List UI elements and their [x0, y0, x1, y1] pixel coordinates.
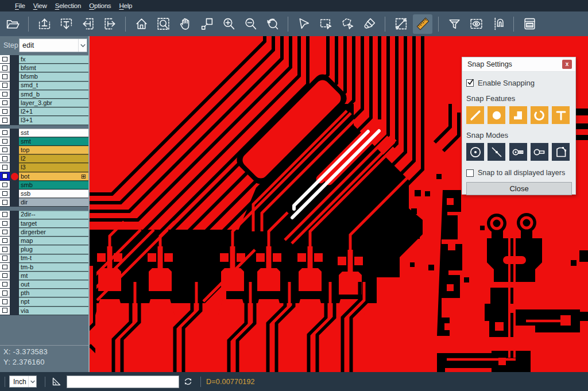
layer-row-pth[interactable]: pth	[0, 289, 88, 297]
layer-name-label[interactable]: sst	[19, 129, 88, 137]
layer-row-smb[interactable]: smb	[0, 181, 88, 189]
layer-row-tm-b[interactable]: tm-b	[0, 263, 88, 272]
layer-name-label[interactable]: bot⊞	[19, 172, 88, 181]
snap-button[interactable]	[488, 14, 508, 34]
layer-visibility-checkbox[interactable]	[0, 116, 10, 125]
move-up-button[interactable]	[34, 14, 54, 34]
layer-visibility-checkbox[interactable]	[0, 146, 10, 154]
layer-visibility-checkbox[interactable]	[0, 107, 10, 116]
layer-row-bot[interactable]: bot⊞	[0, 172, 88, 181]
layer-row-smt[interactable]: smt	[0, 137, 88, 146]
layer-row-target[interactable]: target	[0, 219, 88, 228]
layer-visibility-checkbox[interactable]	[0, 297, 10, 306]
layer-name-label[interactable]: fx	[19, 55, 88, 64]
layer-name-label[interactable]: layer_3.gbr	[19, 99, 88, 107]
snap-mode-vertex-button[interactable]	[552, 143, 570, 161]
move-right-button[interactable]	[100, 14, 119, 34]
layer-row-l2[interactable]: l2	[0, 154, 88, 163]
layer-visibility-checkbox[interactable]	[0, 82, 10, 90]
layer-name-label[interactable]: l2+1	[19, 107, 88, 116]
layer-row-smd_t[interactable]: smd_t	[0, 82, 88, 90]
layer-name-label[interactable]: 2dir--	[19, 211, 88, 219]
layer-visibility-checkbox[interactable]	[0, 289, 10, 297]
zoom-window-button[interactable]	[197, 14, 216, 34]
layer-name-label[interactable]: smt	[19, 137, 88, 146]
layer-name-label[interactable]: out	[19, 280, 88, 289]
layer-name-label[interactable]: l2	[19, 154, 88, 163]
layer-name-label[interactable]: plug	[19, 245, 88, 254]
layer-name-label[interactable]: dir	[19, 198, 88, 207]
snap-feature-text-button[interactable]	[552, 106, 570, 124]
menu-item-help[interactable]: Help	[119, 2, 132, 9]
layer-visibility-checkbox[interactable]	[0, 198, 10, 207]
layer-visibility-checkbox[interactable]	[0, 307, 10, 315]
filter-button[interactable]	[444, 14, 464, 34]
dialog-close-icon[interactable]: x	[562, 60, 572, 69]
layer-name-label[interactable]: via	[19, 307, 88, 315]
menu-item-selection[interactable]: Selection	[55, 2, 82, 9]
menu-item-file[interactable]: File	[15, 2, 25, 9]
layer-row-l2+1[interactable]: l2+1	[0, 107, 88, 116]
snap-mode-center-button[interactable]	[466, 143, 484, 161]
zoom-out-button[interactable]	[241, 14, 260, 34]
layer-visibility-checkbox[interactable]	[0, 245, 10, 254]
open-file-button[interactable]	[3, 14, 22, 34]
snap-mode-pad-entry-button[interactable]	[509, 143, 527, 161]
layer-row-plug[interactable]: plug	[0, 245, 88, 254]
move-left-button[interactable]	[78, 14, 98, 34]
snap-mode-point-button[interactable]	[488, 143, 505, 161]
zoom-previous-button[interactable]	[262, 14, 282, 34]
zoom-fit-button[interactable]	[153, 14, 173, 34]
measure-ruler-button[interactable]	[413, 14, 432, 34]
move-down-button[interactable]	[56, 14, 76, 34]
enable-snapping-checkbox[interactable]	[466, 79, 474, 87]
layer-name-label[interactable]: smb	[19, 181, 88, 189]
select-polygon-button[interactable]	[338, 14, 357, 34]
snap-feature-surface-button[interactable]	[509, 106, 527, 124]
layer-row-smd_b[interactable]: smd_b	[0, 90, 88, 99]
layer-row-dir[interactable]: dir	[0, 198, 88, 207]
clear-selection-button[interactable]	[359, 14, 379, 34]
layer-row-bfsmt[interactable]: bfsmt	[0, 64, 88, 72]
snap-all-layers-checkbox[interactable]	[466, 169, 474, 177]
menu-item-options[interactable]: Options	[89, 2, 111, 9]
layer-name-label[interactable]: l3+1	[19, 116, 88, 125]
layer-name-label[interactable]: target	[19, 219, 88, 228]
layer-name-label[interactable]: ssb	[19, 189, 88, 198]
layer-name-label[interactable]: top	[19, 146, 88, 154]
layer-visibility-checkbox[interactable]	[0, 219, 10, 228]
layer-visibility-checkbox[interactable]	[0, 172, 10, 181]
layer-row-fx[interactable]: fx	[0, 55, 88, 64]
layer-name-label[interactable]: tm-t	[19, 254, 88, 263]
layer-row-bfsmb[interactable]: bfsmb	[0, 72, 88, 81]
snap-mode-pad-outline-button[interactable]	[531, 143, 548, 161]
layer-row-out[interactable]: out	[0, 280, 88, 289]
layer-row-npt[interactable]: npt	[0, 297, 88, 306]
measure-line-button[interactable]	[391, 14, 411, 34]
layer-name-label[interactable]: map	[19, 237, 88, 245]
view-options-button[interactable]	[466, 14, 486, 34]
layer-visibility-checkbox[interactable]	[0, 55, 10, 64]
unit-select[interactable]: Inch	[9, 375, 37, 388]
layer-visibility-checkbox[interactable]	[0, 129, 10, 137]
measure-input[interactable]	[67, 375, 179, 388]
layer-visibility-checkbox[interactable]	[0, 64, 10, 72]
layer-visibility-checkbox[interactable]	[0, 237, 10, 245]
snap-all-layers-row[interactable]: Snap to all displayed layers	[466, 169, 571, 177]
layer-visibility-checkbox[interactable]	[0, 181, 10, 189]
layer-row-top[interactable]: top	[0, 146, 88, 154]
layer-name-label[interactable]: npt	[19, 297, 88, 306]
layer-row-tm-t[interactable]: tm-t	[0, 254, 88, 263]
enable-snapping-row[interactable]: Enable Snapping	[466, 79, 571, 87]
layer-row-dirgerber[interactable]: dirgerber	[0, 228, 88, 237]
layer-visibility-checkbox[interactable]	[0, 154, 10, 163]
layer-visibility-checkbox[interactable]	[0, 90, 10, 99]
zoom-in-button[interactable]	[219, 14, 238, 34]
layer-visibility-checkbox[interactable]	[0, 272, 10, 280]
report-button[interactable]	[520, 14, 539, 34]
layer-row-ssb[interactable]: ssb	[0, 189, 88, 198]
layer-visibility-checkbox[interactable]	[0, 228, 10, 237]
layer-visibility-checkbox[interactable]	[0, 254, 10, 263]
layer-row-mt[interactable]: mt	[0, 272, 88, 280]
home-view-button[interactable]	[131, 14, 151, 34]
